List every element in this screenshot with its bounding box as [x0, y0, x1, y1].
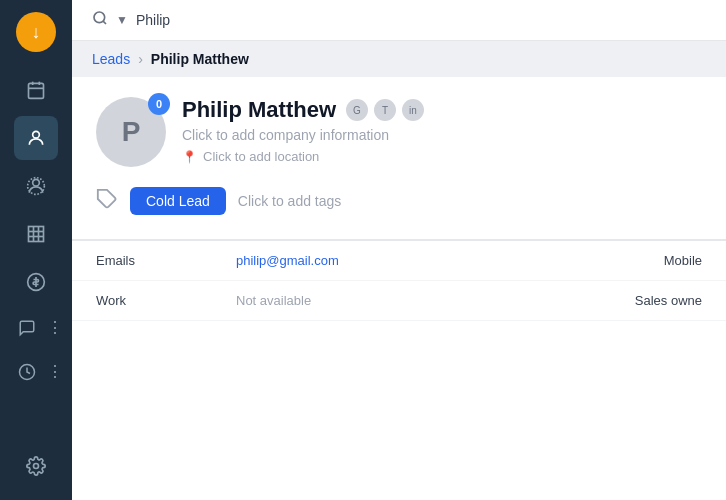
info-row-work: Work Not available Sales owne — [72, 281, 726, 321]
svg-point-4 — [33, 131, 40, 138]
info-label-emails: Emails — [96, 253, 236, 268]
profile-name-row: Philip Matthew G T in — [182, 97, 702, 123]
cold-lead-badge[interactable]: Cold Lead — [130, 187, 226, 215]
location-icon: 📍 — [182, 150, 197, 164]
info-right-label-salesowner: Sales owne — [602, 293, 702, 308]
social-icon-linkedin[interactable]: in — [402, 99, 424, 121]
sidebar: ↓ ⋮ ⋮ — [0, 0, 72, 500]
svg-point-5 — [33, 179, 40, 186]
location-row[interactable]: 📍 Click to add location — [182, 149, 702, 164]
add-tags-placeholder[interactable]: Click to add tags — [238, 193, 342, 209]
sidebar-item-calendar[interactable] — [14, 68, 58, 112]
info-table: Emails philip@gmail.com Mobile Work Not … — [72, 240, 726, 500]
sidebar-item-clock[interactable] — [9, 354, 45, 390]
avatar-badge: 0 — [148, 93, 170, 115]
breadcrumb: Leads › Philip Matthew — [72, 41, 726, 77]
info-row-emails: Emails philip@gmail.com Mobile — [72, 241, 726, 281]
location-placeholder: Click to add location — [203, 149, 319, 164]
app-logo[interactable]: ↓ — [16, 12, 56, 52]
sidebar-more-dots-2: ⋮ — [47, 364, 63, 380]
main-content: ▼ Philip Leads › Philip Matthew P 0 Phil… — [72, 0, 726, 500]
topbar: ▼ Philip — [72, 0, 726, 41]
search-icon — [92, 10, 108, 30]
info-right-label-mobile: Mobile — [602, 253, 702, 268]
profile-info: Philip Matthew G T in Click to add compa… — [182, 97, 702, 164]
breadcrumb-separator: › — [138, 51, 143, 67]
profile-name: Philip Matthew — [182, 97, 336, 123]
social-icon-google[interactable]: G — [346, 99, 368, 121]
social-icons: G T in — [346, 99, 424, 121]
search-dropdown-arrow[interactable]: ▼ — [116, 13, 128, 27]
info-value-work: Not available — [236, 293, 602, 308]
sidebar-item-contacts[interactable] — [14, 116, 58, 160]
info-label-work: Work — [96, 293, 236, 308]
svg-point-14 — [34, 464, 39, 469]
profile-area: P 0 Philip Matthew G T in Click to add c… — [72, 77, 726, 240]
info-value-email[interactable]: philip@gmail.com — [236, 253, 602, 268]
search-value: Philip — [136, 12, 170, 28]
sidebar-more-dots: ⋮ — [47, 320, 63, 336]
sidebar-item-dollar[interactable] — [14, 260, 58, 304]
avatar-container: P 0 — [96, 97, 166, 167]
svg-point-15 — [94, 12, 105, 23]
sidebar-item-building[interactable] — [14, 212, 58, 256]
breadcrumb-current: Philip Matthew — [151, 51, 249, 67]
profile-header: P 0 Philip Matthew G T in Click to add c… — [96, 97, 702, 167]
sidebar-bottom — [14, 444, 58, 488]
svg-rect-0 — [29, 83, 44, 98]
social-icon-twitter[interactable]: T — [374, 99, 396, 121]
company-placeholder[interactable]: Click to add company information — [182, 127, 702, 143]
sidebar-item-settings[interactable] — [14, 444, 58, 488]
tag-icon — [96, 188, 118, 215]
tags-area: Cold Lead Click to add tags — [96, 183, 702, 219]
sidebar-clock-group: ⋮ — [9, 354, 63, 390]
sidebar-item-chat[interactable] — [9, 310, 45, 346]
sidebar-item-person[interactable] — [14, 164, 58, 208]
breadcrumb-parent[interactable]: Leads — [92, 51, 130, 67]
svg-line-16 — [103, 21, 106, 24]
svg-rect-7 — [29, 227, 44, 242]
sidebar-dots-group: ⋮ — [9, 310, 63, 346]
